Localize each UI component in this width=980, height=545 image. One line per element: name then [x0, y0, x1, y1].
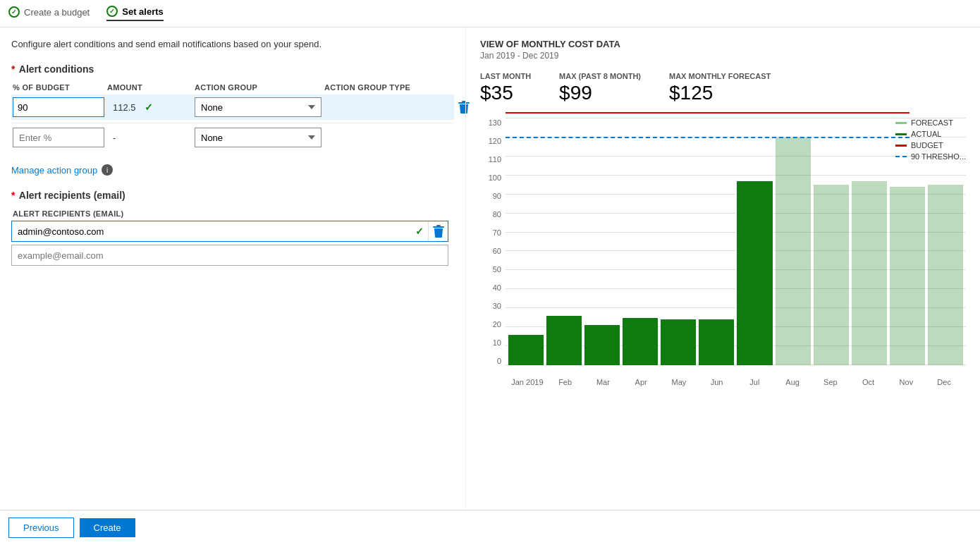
stat-last-month: LAST MONTH $35: [480, 72, 531, 104]
nav-create-budget[interactable]: ✓ Create a budget: [8, 6, 90, 20]
forecast-bar: [776, 137, 811, 365]
legend-color: [895, 122, 907, 124]
stat-max-forecast: MAX MONTHLY FORECAST $125: [669, 72, 771, 104]
y-label: 120: [480, 137, 501, 145]
email-delete-button[interactable]: [428, 221, 448, 241]
email-check-icon: ✓: [411, 226, 428, 237]
required-star: *: [11, 63, 15, 75]
email-row-1: ✓: [11, 221, 448, 242]
stat-max-past-value: $99: [559, 82, 641, 104]
conditions-row-empty: - None: [11, 123, 454, 150]
nav-create-budget-label: Create a budget: [24, 7, 90, 18]
chart-title: VIEW OF MONTHLY COST DATA: [480, 39, 966, 49]
col-amount: AMOUNT: [107, 83, 192, 92]
legend-color: [895, 133, 907, 135]
amount-dash: -: [107, 130, 192, 146]
x-label: Oct: [850, 378, 888, 386]
x-label: Nov: [888, 378, 926, 386]
y-label: 30: [480, 302, 501, 310]
create-budget-check: ✓: [8, 6, 20, 18]
stat-max-past-label: MAX (PAST 8 MONTH): [559, 72, 641, 80]
legend-item: FORECAST: [895, 118, 966, 127]
y-label: 90: [480, 192, 501, 200]
pct-input-wrapper: ✓: [13, 97, 104, 117]
budget-line: [506, 112, 909, 114]
set-alerts-check: ✓: [106, 6, 118, 17]
actual-bar: [737, 181, 772, 365]
bar-group: [546, 118, 582, 365]
manage-action-group-link[interactable]: Manage action group i: [11, 164, 454, 176]
col-action-group-type: ACTION GROUP TYPE: [324, 83, 451, 92]
forecast-bar: [852, 181, 887, 365]
legend-item: BUDGET: [895, 141, 966, 149]
y-label: 50: [480, 265, 501, 274]
amount-value: 112.5: [107, 99, 192, 116]
required-star-2: *: [11, 190, 15, 201]
svg-rect-3: [433, 226, 444, 228]
x-label: Sep: [811, 378, 850, 386]
forecast-bar: [814, 185, 849, 365]
x-label: Dec: [925, 378, 963, 386]
chart-body: Jan 2019FebMarAprMayJunJulAugSepOctNovDe…: [506, 118, 966, 386]
y-label: 110: [480, 155, 501, 164]
action-group-select[interactable]: None: [195, 97, 321, 117]
x-label: Jun: [698, 378, 736, 386]
nav-set-alerts-label: Set alerts: [122, 6, 164, 17]
legend-label: BUDGET: [911, 141, 943, 149]
stat-max-forecast-label: MAX MONTHLY FORECAST: [669, 72, 771, 80]
manage-link-text[interactable]: Manage action group: [11, 165, 97, 176]
alert-recipients-title: * Alert recipients (email): [11, 190, 454, 201]
pct-empty-input[interactable]: [19, 133, 98, 143]
forecast-bar: [928, 185, 963, 365]
stat-max-past: MAX (PAST 8 MONTH) $99: [559, 72, 641, 104]
col-budget-pct: % OF BUDGET: [13, 83, 104, 92]
y-label: 70: [480, 228, 501, 237]
stat-max-forecast-value: $125: [669, 82, 771, 104]
stat-last-month-label: LAST MONTH: [480, 72, 531, 80]
x-label: May: [660, 378, 698, 386]
alert-conditions-section: * Alert conditions % OF BUDGET AMOUNT AC…: [11, 63, 454, 150]
info-icon[interactable]: i: [102, 164, 113, 176]
bar-group: [661, 118, 696, 365]
stat-last-month-value: $35: [480, 82, 531, 104]
actual-bar: [584, 325, 620, 365]
x-label: Feb: [546, 378, 584, 386]
y-label: 40: [480, 283, 501, 292]
email-empty-row: [11, 245, 448, 266]
main-container: Configure alert conditions and send emai…: [0, 27, 980, 509]
email-input-1[interactable]: [12, 223, 411, 240]
x-label: Jul: [736, 378, 774, 386]
bar-group: [776, 118, 811, 365]
actual-bar: [623, 318, 658, 365]
legend-label: FORECAST: [911, 118, 953, 127]
bar-group: [508, 118, 544, 365]
bar-group: [623, 118, 658, 365]
action-group-empty-select[interactable]: None: [195, 128, 321, 147]
legend-item: 90 THRESHO...: [895, 152, 966, 161]
y-axis: 0102030405060708090100110120130: [480, 118, 506, 386]
description-text: Configure alert conditions and send emai…: [11, 39, 454, 49]
y-label: 100: [480, 173, 501, 182]
chart-legend: FORECASTACTUALBUDGET90 THRESHO...: [895, 118, 966, 161]
pct-empty-input-wrapper[interactable]: [13, 128, 104, 147]
legend-label: ACTUAL: [911, 130, 941, 138]
bar-group: [584, 118, 620, 365]
threshold-line: [506, 137, 909, 138]
stats-row: LAST MONTH $35 MAX (PAST 8 MONTH) $99 MA…: [480, 72, 966, 104]
x-label: Aug: [773, 378, 811, 386]
email-empty-input[interactable]: [12, 247, 448, 264]
bar-group: [699, 118, 734, 365]
legend-label: 90 THRESHO...: [911, 152, 966, 161]
svg-rect-2: [436, 225, 441, 226]
alert-recipients-section: * Alert recipients (email) ALERT RECIPIE…: [11, 190, 454, 266]
x-label: Jan 2019: [508, 378, 546, 386]
wizard-nav: ✓ Create a budget ✓ Set alerts: [0, 0, 980, 27]
y-label: 0: [480, 357, 501, 365]
nav-set-alerts[interactable]: ✓ Set alerts: [106, 6, 164, 21]
bar-group: [814, 118, 849, 365]
x-label: Apr: [622, 378, 660, 386]
bar-group: [737, 118, 772, 365]
x-label: Mar: [584, 378, 623, 386]
actual-bar: [661, 319, 696, 365]
chart-panel: VIEW OF MONTHLY COST DATA Jan 2019 - Dec…: [465, 27, 980, 509]
